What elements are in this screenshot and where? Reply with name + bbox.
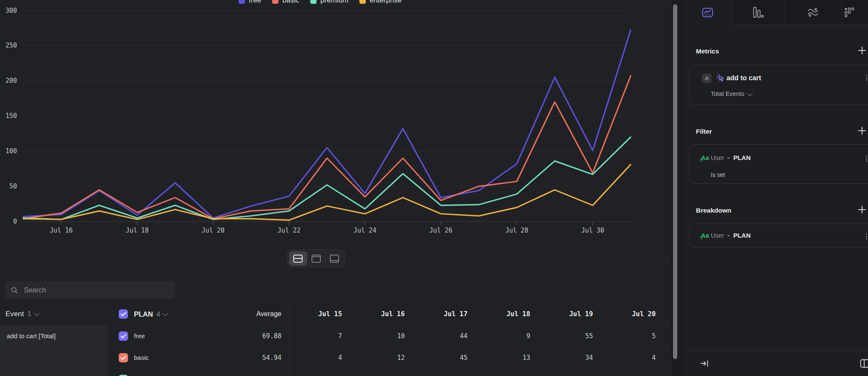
text-property-icon: Aa (701, 154, 709, 161)
event-count: 1 (27, 310, 31, 318)
plan-select-all-checkbox[interactable] (119, 309, 128, 319)
series-line-free (23, 30, 631, 218)
filter-options-button[interactable] (864, 154, 868, 163)
text-property-icon: Aa (701, 232, 709, 239)
table-column-divider (289, 303, 289, 376)
config-sidebar: Metrics A add to cart Total Events Filte… (683, 0, 868, 376)
chart-view-icon (312, 255, 321, 263)
date-column-header: Jul 19 (533, 310, 595, 318)
scrollbar-thumb[interactable] (673, 4, 677, 359)
series-line-premium (23, 137, 631, 219)
filter-condition[interactable]: Is set (711, 171, 725, 178)
tab-line-chart[interactable] (683, 0, 732, 25)
measure-dropdown[interactable]: Total Events (711, 90, 752, 97)
svg-text:Jul 20: Jul 20 (202, 227, 225, 234)
search-input[interactable] (23, 286, 170, 295)
add-metric-button[interactable] (857, 46, 867, 55)
date-value: 9 (470, 332, 533, 340)
svg-text:150: 150 (6, 112, 17, 120)
date-column-header: Jul 17 (407, 310, 470, 318)
breadcrumb-arrow-icon: ▸ (728, 233, 730, 238)
split-view-icon (293, 255, 303, 263)
chevron-down-icon (34, 311, 39, 316)
series-line-enterprise (23, 165, 631, 220)
event-column-header[interactable]: Event 1 (0, 310, 119, 318)
series-name: free (134, 332, 239, 340)
layout-chart-button[interactable] (307, 251, 325, 266)
legend-swatch (239, 0, 245, 4)
filter-property: User ▸ PLAN (711, 154, 751, 161)
svg-text:50: 50 (9, 182, 17, 190)
plan-column-header[interactable]: PLAN 4 (134, 310, 239, 318)
svg-text:Jul 24: Jul 24 (353, 227, 376, 234)
sidebar-footer (683, 351, 868, 376)
legend-label: enterprise (370, 0, 402, 5)
row-checkbox[interactable] (119, 375, 128, 376)
breakdown-property: User ▸ PLAN (711, 232, 751, 239)
plan-header-label: PLAN (134, 310, 153, 318)
breakdown-options-button[interactable] (864, 232, 868, 241)
split-panel-icon[interactable] (860, 359, 868, 368)
property-group-label: User (711, 232, 724, 239)
date-column-header: Jul 16 (345, 310, 407, 318)
layout-split-button[interactable] (289, 251, 307, 266)
average-value: 69.88 (239, 332, 289, 340)
svg-text:0: 0 (13, 218, 17, 225)
series-name: basic (134, 354, 239, 361)
search-box[interactable] (5, 281, 175, 299)
breakdown-table: Event 1 PLAN 4 Average Jul 15Jul 16Jul 1… (0, 303, 671, 376)
table-header-row: Event 1 PLAN 4 Average Jul 15Jul 16Jul 1… (0, 303, 671, 325)
date-value: 7 (289, 332, 345, 340)
tab-bar-chart[interactable] (732, 0, 784, 25)
breakdown-card[interactable]: Aa User ▸ PLAN (689, 224, 868, 247)
legend-swatch (310, 0, 317, 4)
date-value: 45 (407, 354, 470, 362)
legend-item[interactable]: enterprise (359, 0, 402, 5)
layout-table-button[interactable] (325, 251, 343, 266)
legend-label: basic (282, 0, 299, 5)
legend-item[interactable]: premium (310, 0, 348, 5)
legend-swatch (272, 0, 278, 4)
date-value: 4 (289, 354, 345, 362)
more-charts-icon (843, 6, 855, 18)
measure-label: Total Events (711, 90, 744, 97)
filter-section-title: Filter (696, 128, 712, 135)
event-header-label: Event (6, 310, 24, 318)
metric-event-name: add to cart (726, 74, 761, 82)
date-value: 12 (345, 354, 407, 362)
metrics-section-title: Metrics (696, 48, 719, 55)
event-row-group: add to cart [Total] (0, 325, 108, 376)
analytics-app: free basic premium enterprise 0501001502… (0, 0, 868, 376)
date-value: 44 (407, 332, 470, 340)
chevron-down-icon (747, 91, 753, 96)
add-filter-button[interactable] (857, 126, 867, 135)
date-value: 13 (470, 354, 533, 362)
svg-text:Jul 22: Jul 22 (278, 227, 300, 234)
average-value: 54.94 (239, 354, 289, 362)
svg-text:Jul 26: Jul 26 (429, 227, 452, 234)
date-column-header: Jul 18 (470, 310, 533, 318)
add-breakdown-button[interactable] (857, 205, 867, 214)
legend-swatch (359, 0, 366, 4)
tab-stream-chart[interactable] (784, 0, 841, 25)
legend-item[interactable]: free (239, 0, 261, 5)
stream-chart-icon (807, 7, 819, 18)
tab-more-chart-types[interactable] (841, 0, 868, 25)
collapse-panel-icon[interactable] (700, 359, 709, 368)
date-value: 4 (595, 354, 658, 362)
search-icon (11, 286, 18, 294)
property-name-label: PLAN (733, 232, 751, 239)
chevron-down-icon (163, 311, 168, 316)
svg-text:Jul 18: Jul 18 (126, 227, 149, 234)
property-name-label: PLAN (733, 154, 751, 161)
metric-options-button[interactable] (864, 73, 868, 82)
breadcrumb-arrow-icon: ▸ (728, 155, 730, 160)
row-checkbox[interactable] (119, 353, 128, 362)
row-checkbox[interactable] (119, 331, 128, 341)
scrollbar-track (671, 0, 683, 376)
date-value: 55 (533, 332, 595, 340)
filter-card[interactable]: Aa User ▸ PLAN Is set (689, 144, 868, 184)
metric-card[interactable]: A add to cart Total Events (689, 65, 868, 105)
legend-item[interactable]: basic (272, 0, 299, 5)
chart-type-tabs (683, 0, 868, 25)
